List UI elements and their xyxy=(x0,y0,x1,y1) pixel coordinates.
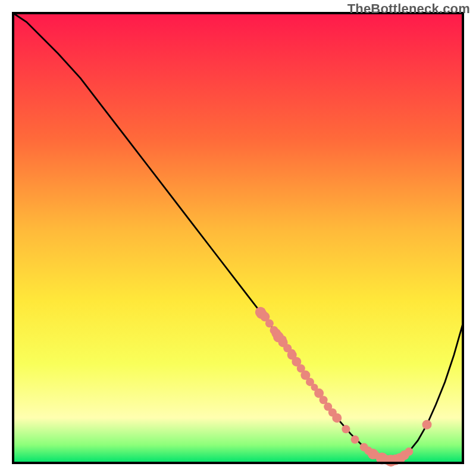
bottleneck-chart xyxy=(0,0,476,476)
attribution-label: TheBottleneck.com xyxy=(347,1,470,17)
gradient-background xyxy=(13,13,463,463)
data-point xyxy=(265,320,274,328)
data-point xyxy=(289,349,296,356)
data-point xyxy=(280,336,287,343)
data-point xyxy=(405,447,413,456)
data-point xyxy=(332,413,342,422)
data-point xyxy=(342,425,350,433)
data-point xyxy=(351,436,359,444)
data-point xyxy=(422,420,432,430)
